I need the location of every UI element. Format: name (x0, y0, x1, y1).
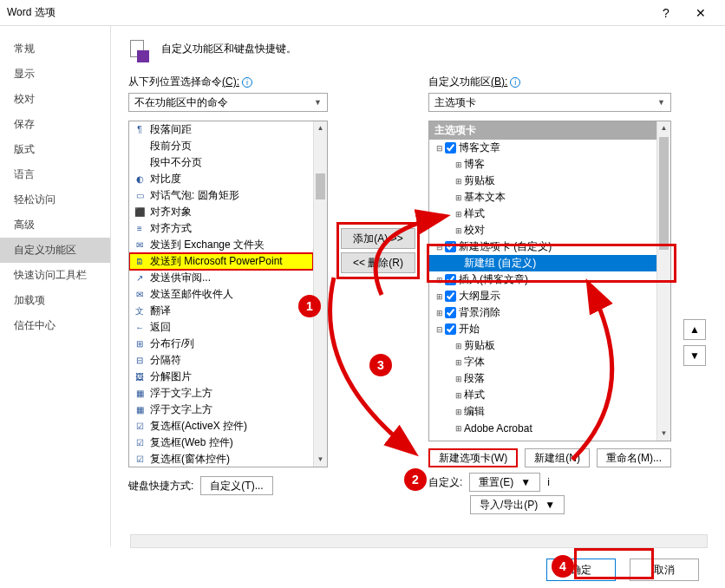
command-list-item[interactable]: 🗎发送到 Microsoft PowerPoint (129, 253, 313, 270)
remove-button[interactable]: << 删除(R) (341, 252, 415, 273)
expand-icon[interactable]: ⊞ (454, 177, 464, 186)
tree-checkbox[interactable] (445, 323, 456, 335)
command-list-item[interactable]: ←返回 (129, 319, 313, 336)
scroll-thumb[interactable] (659, 137, 669, 250)
tree-checkbox[interactable] (445, 241, 456, 252)
tree-item[interactable]: ⊟新建选项卡 (自定义) (429, 238, 656, 255)
command-list-item[interactable]: 段中不分页 (129, 154, 313, 171)
expand-icon[interactable]: ⊞ (454, 424, 464, 433)
cancel-button[interactable]: 取消 (630, 559, 699, 581)
add-button[interactable]: 添加(A) >> (341, 228, 415, 249)
command-list-item[interactable]: ⊟分隔符 (129, 352, 313, 369)
expand-icon[interactable]: ⊞ (454, 408, 464, 416)
move-down-button[interactable]: ▼ (683, 345, 706, 366)
sidebar-item[interactable]: 版式 (0, 137, 110, 162)
new-group-button[interactable]: 新建组(N) (525, 448, 590, 467)
command-list-item[interactable]: ◐对比度 (129, 171, 313, 187)
scroll-up-icon[interactable]: ▲ (657, 121, 670, 135)
expand-icon[interactable]: ⊞ (454, 375, 464, 383)
command-list-item[interactable]: ☑复选框(Web 控件) (129, 434, 313, 451)
command-list-item[interactable]: ☑复选框(窗体控件) (129, 451, 313, 467)
sidebar-item[interactable]: 轻松访问 (0, 187, 110, 212)
scroll-up-icon[interactable]: ▲ (314, 121, 327, 135)
command-list-item[interactable]: ✉发送至邮件收件人 (129, 286, 313, 303)
tree-checkbox[interactable] (445, 142, 456, 154)
info-icon[interactable]: i (547, 476, 550, 488)
sidebar-item[interactable]: 校对 (0, 87, 110, 112)
expand-icon[interactable]: ⊟ (434, 325, 445, 334)
expand-icon[interactable]: ⊟ (434, 144, 445, 153)
info-icon[interactable]: i (510, 77, 520, 88)
rename-button[interactable]: 重命名(M)... (597, 448, 671, 467)
command-list-item[interactable]: ▦浮于文字上方 (129, 402, 313, 418)
expand-icon[interactable]: ⊞ (454, 391, 464, 400)
customize-keyboard-button[interactable]: 自定义(T)... (200, 476, 272, 495)
sidebar-item[interactable]: 常规 (0, 36, 110, 62)
expand-icon[interactable]: ⊟ (434, 243, 445, 252)
commands-source-dropdown[interactable]: 不在功能区中的命令▼ (128, 93, 328, 112)
tree-item[interactable]: ⊞校对 (429, 222, 656, 238)
tree-item[interactable]: ⊞编辑 (429, 403, 656, 420)
close-button[interactable]: ✕ (683, 6, 718, 20)
reset-dropdown[interactable]: 重置(E)▼ (469, 473, 540, 492)
tree-item[interactable]: ⊟博客文章 (429, 140, 656, 156)
scrollbar-horizontal[interactable] (130, 534, 708, 548)
tree-item[interactable]: ⊞基本文本 (429, 189, 656, 206)
tree-item[interactable]: ⊞样式 (429, 387, 656, 403)
tree-item[interactable]: ⊞大纲显示 (429, 288, 656, 304)
tree-item[interactable]: ⊞字体 (429, 354, 656, 370)
sidebar-item[interactable]: 语言 (0, 162, 110, 187)
sidebar-item[interactable]: 保存 (0, 112, 110, 137)
help-button[interactable]: ? (649, 6, 683, 20)
expand-icon[interactable]: ⊞ (454, 193, 464, 202)
command-list-item[interactable]: ☑复选框(ActiveX 控件) (129, 418, 313, 434)
command-list-item[interactable]: ▭对话气泡: 圆角矩形 (129, 187, 313, 204)
tree-item[interactable]: ⊟开始 (429, 321, 656, 337)
commands-listbox[interactable]: ¶段落间距段前分页段中不分页◐对比度▭对话气泡: 圆角矩形⬛对齐对象≡对齐方式✉… (128, 121, 328, 467)
tree-item[interactable]: ⊞背景消除 (429, 304, 656, 321)
command-list-item[interactable]: ⊞分布行/列 (129, 336, 313, 352)
scroll-thumb[interactable] (316, 173, 325, 199)
tree-item[interactable]: ⊞博客 (429, 156, 656, 173)
command-list-item[interactable]: 段前分页 (129, 138, 313, 154)
tree-item[interactable]: ⊞段落 (429, 370, 656, 387)
import-export-dropdown[interactable]: 导入/导出(P)▼ (470, 495, 565, 514)
expand-icon[interactable]: ⊞ (434, 309, 445, 317)
tree-checkbox[interactable] (445, 307, 456, 318)
expand-icon[interactable]: ⊞ (434, 276, 445, 284)
tree-item[interactable]: ⊞插入(博客文章) (429, 271, 656, 288)
scrollbar-vertical[interactable]: ▲ ▼ (656, 121, 670, 441)
expand-icon[interactable]: ⊞ (454, 160, 464, 169)
command-list-item[interactable]: ▦浮于文字上方 (129, 385, 313, 402)
sidebar-item[interactable]: 加载项 (0, 288, 110, 313)
tree-item[interactable]: ⊞剪贴板 (429, 173, 656, 189)
sidebar-item[interactable]: 信任中心 (0, 313, 110, 338)
tree-checkbox[interactable] (445, 291, 456, 302)
tree-item[interactable]: ⊞Adobe Acrobat (429, 420, 656, 436)
command-list-item[interactable]: ⬛对齐对象 (129, 204, 313, 220)
command-list-item[interactable]: ¶段落间距 (129, 121, 313, 138)
command-list-item[interactable]: 🖼分解图片 (129, 369, 313, 385)
tree-checkbox[interactable] (445, 274, 456, 285)
new-tab-button[interactable]: 新建选项卡(W) (428, 448, 518, 467)
expand-icon[interactable]: ⊞ (454, 210, 464, 219)
tree-item[interactable]: ⊞剪贴板 (429, 337, 656, 354)
expand-icon[interactable]: ⊞ (454, 226, 464, 235)
command-list-item[interactable]: ✉发送到 Exchange 文件夹 (129, 237, 313, 253)
expand-icon[interactable]: ⊞ (454, 342, 464, 350)
scrollbar-vertical[interactable]: ▲ ▼ (313, 121, 327, 467)
command-list-item[interactable]: ↗发送供审阅... (129, 270, 313, 286)
tree-item[interactable]: 新建组 (自定义) (429, 255, 656, 271)
scroll-down-icon[interactable]: ▼ (314, 453, 327, 467)
ribbon-tree[interactable]: 主选项卡 ⊟博客文章⊞博客⊞剪贴板⊞基本文本⊞样式⊞校对⊟新建选项卡 (自定义)… (428, 121, 671, 441)
sidebar-item[interactable]: 显示 (0, 62, 110, 87)
command-list-item[interactable]: 文翻译 (129, 303, 313, 319)
sidebar-item[interactable]: 快速访问工具栏 (0, 263, 110, 288)
expand-icon[interactable]: ⊞ (454, 358, 464, 367)
scroll-down-icon[interactable]: ▼ (657, 427, 670, 441)
move-up-button[interactable]: ▲ (683, 319, 706, 340)
tree-item[interactable]: ⊞样式 (429, 206, 656, 222)
sidebar-item[interactable]: 高级 (0, 212, 110, 238)
command-list-item[interactable]: ≡对齐方式 (129, 220, 313, 237)
ribbon-scope-dropdown[interactable]: 主选项卡▼ (428, 93, 671, 112)
